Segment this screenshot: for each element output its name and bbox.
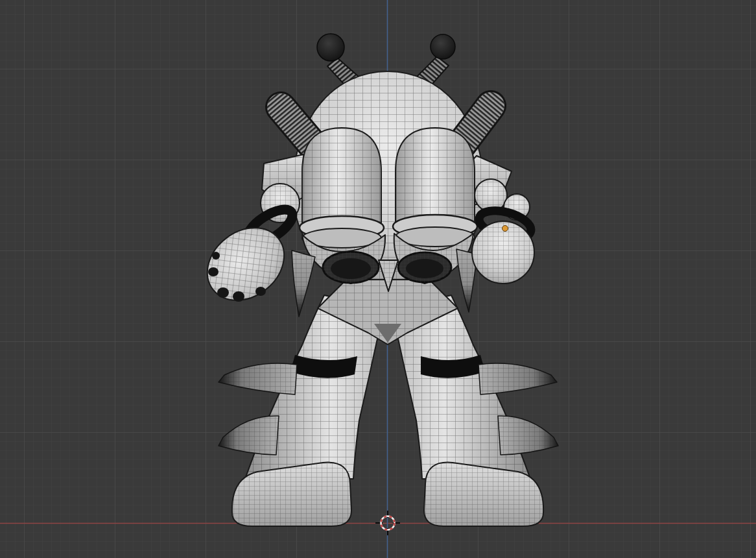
antenna-ball-right[interactable] [431,34,455,59]
object-origin-dot [502,226,508,232]
rocket-left-opening-inner [331,258,371,279]
antenna-ball-left[interactable] [317,34,344,61]
rocket-left-capsule-wire-overlay [302,128,381,226]
shoulder-ball-right-wire-overlay [475,179,507,212]
3d-viewport[interactable] [0,0,756,558]
rocket-right-capsule-wire-overlay [396,128,475,225]
rocket-right-opening-inner [406,259,443,278]
